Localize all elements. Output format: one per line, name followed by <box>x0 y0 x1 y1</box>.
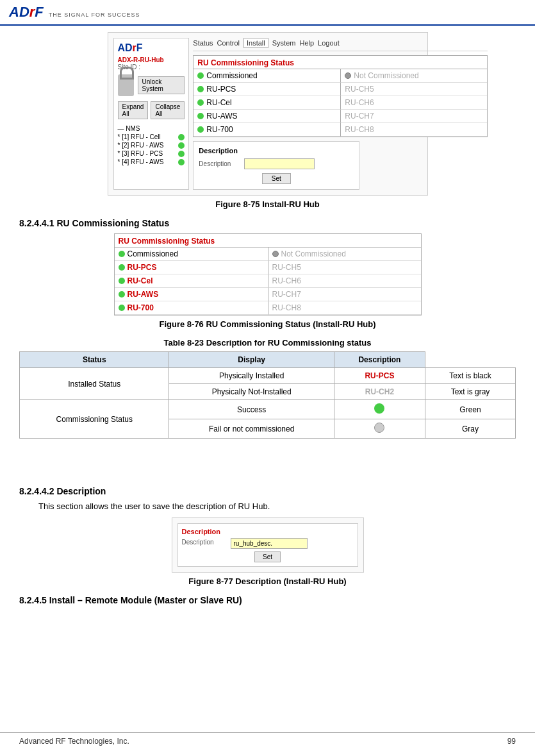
table-row: Commissioning Status Success Green <box>20 400 516 419</box>
physically-installed-cell: Physically Installed <box>169 368 334 384</box>
table-823: Status Display Description Installed Sta… <box>19 351 516 439</box>
nav-logout[interactable]: Logout <box>318 39 340 47</box>
ru-cel-label-2: RU-Cel <box>128 276 153 285</box>
ru-ch7-cell-2: RU-CH7 <box>268 288 421 301</box>
commissioned-label-2: Commissioned <box>128 249 178 258</box>
description-box: Description Description Set <box>193 141 359 190</box>
ru-ch5-cell: RU-CH5 <box>340 83 487 96</box>
commissioned-cell: Commissioned <box>193 69 340 83</box>
ru-cel-cell: RU-Cel <box>193 96 340 110</box>
text-gray-cell: Text is gray <box>425 384 516 400</box>
ru-ch5-label-2: RU-CH5 <box>272 263 301 272</box>
ru-pcs-label-2: RU-PCS <box>128 263 157 272</box>
ru-ch8-label: RU-CH8 <box>345 125 374 134</box>
table-row: Installed Status Physically Installed RU… <box>20 368 516 384</box>
not-comm-dot <box>272 251 279 257</box>
ru-700-cell-2: RU-700 <box>115 301 268 315</box>
ru-700-dot <box>197 126 204 133</box>
ru-cel-label: RU-Cel <box>206 98 231 107</box>
logo-bar: ADrF THE SIGNAL FOR SUCCESS <box>0 0 535 26</box>
left-panel: ADrF ADX-R-RU-Hub Site ID : Unlock Syste… <box>113 38 190 190</box>
lock-icon <box>118 74 134 96</box>
nav-system[interactable]: System <box>272 39 296 47</box>
figure-75-box: ADrF ADX-R-RU-Hub Site ID : Unlock Syste… <box>108 32 428 196</box>
footer-right: 99 <box>507 737 516 746</box>
figure-76-box: RU Commissioning Status Commissioned Not… <box>114 233 422 315</box>
irh-brand-name: ADX-R-RU-Hub <box>118 56 185 63</box>
desc-fig-set-btn[interactable]: Set <box>254 551 281 562</box>
unlock-btn[interactable]: Unlock System <box>138 76 185 94</box>
ru-commissioning-widget-2: RU Commissioning Status Commissioned Not… <box>114 233 422 315</box>
figure-77-caption: Figure 8-77 Description (Install-RU Hub) <box>19 576 516 586</box>
ru-ch6-label-2: RU-CH6 <box>272 276 301 285</box>
desc-set-btn[interactable]: Set <box>262 173 291 184</box>
ru-ch6-label: RU-CH6 <box>345 98 374 107</box>
ru-700-cell: RU-700 <box>193 123 340 137</box>
ru-aws-cell: RU-AWS <box>193 110 340 123</box>
ru-ch8-label-2: RU-CH8 <box>272 303 301 312</box>
nav-status[interactable]: Status <box>193 39 213 47</box>
dot-green-5 <box>119 305 125 311</box>
col-description: Description <box>334 352 425 368</box>
text-black-cell: Text is black <box>425 368 516 384</box>
success-cell: Success <box>169 400 334 419</box>
ru-pcs-display: RU-PCS <box>334 368 425 384</box>
ru-ch6-cell: RU-CH6 <box>340 96 487 110</box>
section-8242-body: This section allows the user to save the… <box>38 501 516 511</box>
desc-fig-inner: Description Description Set <box>177 523 358 567</box>
nav-control[interactable]: Control <box>217 39 240 47</box>
desc-row: Description <box>199 158 354 169</box>
section-8242-heading: 8.2.4.4.2 Description <box>19 486 516 496</box>
ru-ch5-cell-2: RU-CH5 <box>268 261 421 274</box>
expand-btn[interactable]: Expand All <box>118 101 149 119</box>
figure-75-caption: Figure 8-75 Install-RU Hub <box>19 199 516 209</box>
gray-dot-cell <box>334 419 425 439</box>
comm-dot-green <box>119 251 125 257</box>
not-comm-cell: Not Commissioned <box>268 248 421 261</box>
ru-700-label: RU-700 <box>206 125 233 134</box>
commissioning-grid-2: Commissioned Not Commissioned RU-PCS RU-… <box>115 247 421 315</box>
figure-76-caption: Figure 8-76 RU Commissioning Status (Ins… <box>19 319 516 329</box>
dot-green-2 <box>119 264 125 271</box>
commissioning-status-cell: Commissioning Status <box>20 400 169 439</box>
commissioning-grid: Commissioned Not Commissioned RU-PCS RU-… <box>193 69 487 137</box>
irh-brand: ADrF <box>118 42 185 54</box>
desc-fig-title: Description <box>182 528 354 535</box>
ru-ch6-cell-2: RU-CH6 <box>268 274 421 288</box>
commissioning-title: RU Commissioning Status <box>193 56 487 69</box>
ru-pcs-dot <box>197 86 204 92</box>
tree-item: * [1] RFU - Cell <box>118 133 185 141</box>
col-status: Status <box>20 352 169 368</box>
table-823-title: Table 8-23 Description for RU Commission… <box>19 338 516 348</box>
figure-77-box: Description Description Set <box>172 517 364 573</box>
device-tree: — NMS * [1] RFU - Cell * [2] RFU - AWS *… <box>118 124 185 166</box>
nav-install[interactable]: Install <box>243 38 268 48</box>
desc-fig-input[interactable] <box>231 538 308 549</box>
physically-not-installed-cell: Physically Not-Installed <box>169 384 334 400</box>
gray-cell: Gray <box>425 419 516 439</box>
collapse-btn[interactable]: Collapse All <box>151 101 185 119</box>
nav-help[interactable]: Help <box>299 39 314 47</box>
ru-commissioning-widget: RU Commissioning Status Commissioned Not… <box>193 55 488 137</box>
ru-cel-cell-2: RU-Cel <box>115 274 268 288</box>
ru-ch7-cell: RU-CH7 <box>340 110 487 123</box>
desc-fig-row: Description <box>182 538 354 549</box>
commissioned-dot <box>197 72 204 79</box>
installed-status-cell: Installed Status <box>20 368 169 400</box>
tree-item: — NMS <box>118 124 185 133</box>
not-commissioned-dot <box>345 72 351 79</box>
commissioning-title-2: RU Commissioning Status <box>115 234 421 247</box>
ru-pcs-label: RU-PCS <box>206 85 236 94</box>
right-panel: Status Control Install System Help Logou… <box>193 38 488 190</box>
green-cell: Green <box>425 400 516 419</box>
page-footer: Advanced RF Technologies, Inc. 99 <box>0 732 535 750</box>
dot-green-4 <box>119 291 125 298</box>
desc-field-label: Description <box>199 160 240 167</box>
not-commissioned-label: Not Commissioned <box>354 71 418 80</box>
commissioned-label: Commissioned <box>206 71 257 80</box>
ru-ch8-cell: RU-CH8 <box>340 123 487 137</box>
desc-input[interactable] <box>244 158 315 169</box>
ru-aws-label: RU-AWS <box>206 112 237 121</box>
nav-bar: Status Control Install System Help Logou… <box>193 38 488 51</box>
ru-ch8-cell-2: RU-CH8 <box>268 301 421 315</box>
